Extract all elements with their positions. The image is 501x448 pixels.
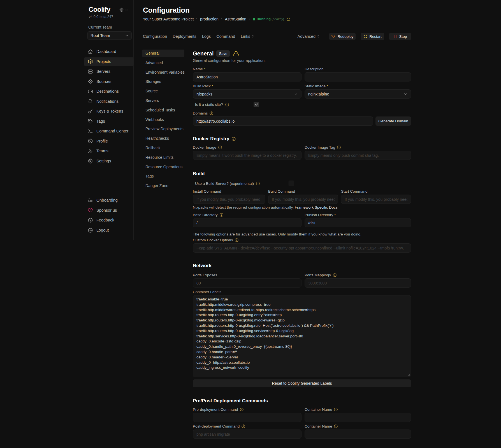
breadcrumb-application[interactable]: AstroStation [225,17,246,21]
publish-directory-input[interactable] [305,218,411,227]
tab-deployments[interactable]: Deployments [173,34,196,39]
name-input[interactable] [193,72,301,81]
build-pack-select[interactable]: Nixpacks [193,89,301,99]
info-icon[interactable] [209,111,214,115]
advanced-note: The following options are for advanced u… [193,232,411,237]
pre-container-name-input[interactable] [305,413,411,422]
status-note: (healthy) [272,17,284,21]
base-directory-input[interactable] [193,218,301,227]
tab-command[interactable]: Command [216,34,235,39]
subnav-tags[interactable]: Tags [142,172,184,180]
info-icon[interactable] [225,102,229,107]
framework-docs-link[interactable]: Framework Specific Docs [295,205,338,209]
sidebar-item-projects[interactable]: Projects [84,57,134,66]
tab-logs[interactable]: Logs [202,34,211,39]
static-image-select[interactable]: nginx:alpine [305,89,411,99]
container-labels-label: Container Labels [193,290,221,294]
tab-configuration[interactable]: Configuration [143,34,167,39]
static-site-row: Is it a static site? [193,101,411,108]
sidebar-item-notifications[interactable]: Notifications [84,97,134,106]
install-command-input[interactable] [193,195,265,204]
info-icon[interactable] [337,145,341,150]
warning-icon [233,50,240,57]
app-version: v4.0.0-beta.247 [89,15,113,19]
info-icon[interactable] [241,424,245,428]
sidebar-item-logout[interactable]: Logout [84,226,134,234]
subnav-healthchecks[interactable]: Healthchecks [142,135,184,142]
domains-input[interactable] [193,116,373,126]
description-input[interactable] [305,72,411,81]
info-icon[interactable] [235,238,239,242]
build-server-checkbox[interactable] [289,181,294,186]
theme-chevron-updown-icon[interactable] [125,8,128,12]
resize-handle-icon[interactable] [407,374,410,377]
save-button[interactable]: Save [216,50,230,57]
info-icon[interactable] [333,273,337,277]
info-icon[interactable] [256,181,260,186]
sidebar-item-sources[interactable]: Sources [84,77,134,86]
page-title: Configuration [143,0,411,15]
info-icon[interactable] [219,213,224,217]
static-site-checkbox[interactable] [254,102,259,107]
info-icon[interactable] [334,407,338,412]
redeploy-button[interactable]: Redeploy [329,33,356,40]
stop-button[interactable]: Stop [389,33,411,40]
subnav-general[interactable]: General [142,50,184,57]
subnav-advanced[interactable]: Advanced [142,59,184,66]
subnav-danger-zone[interactable]: Danger Zone [142,182,184,189]
docker-image-tag-input[interactable] [305,151,411,160]
refresh-status-icon[interactable] [286,17,290,21]
theme-sun-icon[interactable] [119,8,124,12]
pre-deployment-input[interactable] [193,413,301,422]
info-icon[interactable] [334,424,338,428]
sidebar-item-dashboard[interactable]: Dashboard [84,47,134,56]
advanced-menu[interactable]: Advanced [298,34,320,39]
subnav-resource-limits[interactable]: Resource Limits [142,154,184,161]
info-icon[interactable] [218,145,222,150]
static-site-label: Is it a static site? [195,102,223,107]
sidebar-item-tags[interactable]: Tags [84,117,134,125]
post-container-name-field: Container Name [305,423,411,439]
subnav-preview-deployments[interactable]: Preview Deployments [142,125,184,132]
breadcrumb-project[interactable]: Your Super Awesome Project [143,17,194,21]
docker-image-input[interactable] [193,151,301,160]
redeploy-icon [331,34,336,39]
generate-domain-button[interactable]: Generate Domain [375,116,411,126]
post-container-name-input[interactable] [305,430,411,439]
ports-mappings-input[interactable] [305,278,411,288]
custom-docker-options-input[interactable] [193,243,411,253]
sidebar-item-command-center[interactable]: Command Center [84,127,134,135]
subnav-storages[interactable]: Storages [142,78,184,85]
tab-links[interactable]: Links [241,34,254,39]
sidebar-item-feedback[interactable]: Feedback [84,216,134,224]
reset-labels-button[interactable]: Reset to Coolify Generated Labels [193,379,411,387]
subnav-servers[interactable]: Servers [142,97,184,104]
info-icon[interactable] [240,407,244,412]
sidebar-item-profile[interactable]: Profile [84,137,134,145]
sidebar-item-keys-tokens[interactable]: Keys & Tokens [84,107,134,115]
subnav-webhooks[interactable]: Webhooks [142,116,184,123]
post-deployment-input[interactable] [193,430,301,439]
subnav-resource-operations[interactable]: Resource Operations [142,163,184,171]
subnav-source[interactable]: Source [142,87,184,95]
ports-exposes-input [193,278,301,288]
sidebar-footer: Onboarding Sponsor us Feedback Logout [84,196,134,236]
start-command-input[interactable] [341,195,411,204]
sidebar-item-teams[interactable]: Teams [84,147,134,155]
sidebar-item-onboarding[interactable]: Onboarding [84,196,134,204]
sidebar-item-sponsor[interactable]: Sponsor us [84,206,134,214]
sidebar-item-destinations[interactable]: Destinations [84,87,134,95]
post-deployment-field: Post-deployment Command [193,423,301,439]
container-labels-textarea[interactable]: traefik.enable=true traefik.http.middlew… [193,295,411,377]
build-command-input[interactable] [268,195,338,204]
ports-exposes-label: Ports Exposes [193,273,217,277]
subnav-rollback[interactable]: Rollback [142,144,184,151]
restart-button[interactable]: Restart [361,33,384,40]
sidebar-item-settings[interactable]: Settings [84,157,134,165]
breadcrumb-environment[interactable]: production [200,17,218,21]
info-icon[interactable] [231,137,236,141]
subnav-scheduled-tasks[interactable]: Scheduled Tasks [142,106,184,114]
team-select[interactable]: Root Team [87,31,132,40]
sidebar-item-servers[interactable]: Servers [84,67,134,76]
subnav-environment-variables[interactable]: Environment Variables [142,69,184,76]
